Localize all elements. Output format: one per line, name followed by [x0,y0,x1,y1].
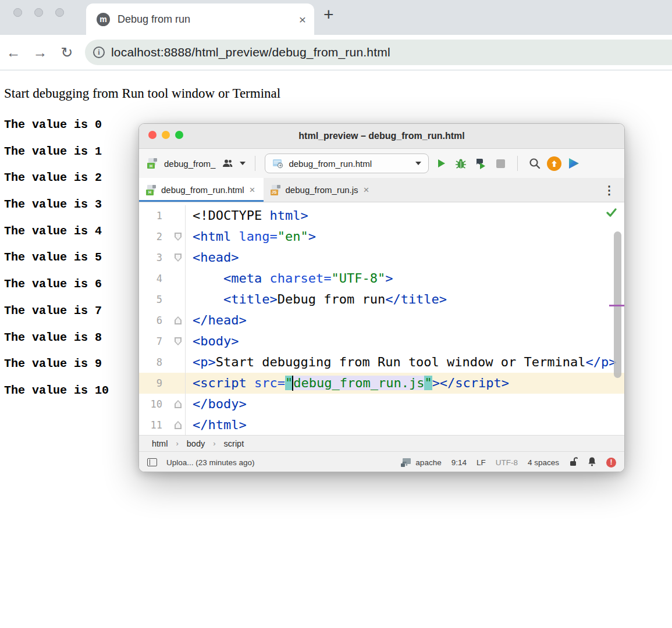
deployment-server-widget[interactable]: apache [400,458,441,468]
fold-open-icon[interactable] [175,254,182,262]
close-window-button[interactable] [148,131,157,139]
value-line: The value is 8 [4,331,109,358]
server-name: apache [415,458,441,467]
tab-debug-from-run-js[interactable]: JS debug_from_run.js × [264,178,378,202]
run-config-file-icon [272,159,283,169]
code-line[interactable]: 1 <!DOCTYPE html> [139,205,624,226]
vcs-sync-status[interactable]: Uploa... (23 minutes ago) [166,458,255,467]
site-info-icon[interactable]: i [93,47,105,58]
fold-open-icon[interactable] [175,233,182,241]
code-line[interactable]: 3 <head> [139,247,624,268]
run-button[interactable] [433,156,449,171]
zoom-window-button[interactable] [175,131,183,139]
run-config-name: debug_from_run.html [289,159,410,169]
zoom-window-button[interactable] [55,8,64,17]
encoding-widget[interactable]: UTF-8 [496,458,518,467]
toolwindow-toggle-icon[interactable] [147,458,157,466]
error-indicator-icon[interactable]: ! [606,458,616,468]
toolbar-separator [517,156,518,171]
caret-position-widget[interactable]: 9:14 [451,458,467,467]
line-number: 6 [147,315,162,326]
run-configuration-select[interactable]: debug_from_run.html [265,154,429,173]
js-file-icon: JS [271,185,280,195]
vcs-users-icon[interactable] [220,156,235,171]
tab-debug-from-run-html[interactable]: H debug_from_run.html × [139,178,264,202]
minimize-window-button[interactable] [34,8,43,17]
stop-button[interactable] [493,156,508,171]
deployment-server-icon [400,458,412,468]
value-line: The value is 7 [4,304,109,331]
ide-statusbar: Uploa... (23 minutes ago) apache 9:14 LF… [139,451,624,472]
browser-window-controls[interactable] [13,8,64,17]
search-everywhere-icon[interactable] [527,156,542,171]
line-separator-widget[interactable]: LF [477,458,486,467]
code-line[interactable]: 11 </html> [139,415,624,435]
code-editor[interactable]: 1 <!DOCTYPE html> 2 <html lang="en"> 3 <… [139,202,624,435]
html-file-icon: H [147,158,157,169]
close-window-button[interactable] [13,8,22,17]
chevron-down-icon [415,162,421,165]
close-tab-icon[interactable]: × [250,184,255,196]
line-number: 4 [147,273,162,284]
fold-close-icon[interactable] [175,400,182,408]
breadcrumb-item[interactable]: html [152,439,168,448]
browser-tabstrip: m Debug from run × + [0,0,672,35]
code-line[interactable]: 8 <p>Start debugging from Run tool windo… [139,352,624,373]
tab-options-kebab-icon[interactable]: ⋮ [594,183,624,197]
ide-features-trainer-icon[interactable] [566,156,581,171]
unlock-icon[interactable] [569,456,578,468]
value-line: The value is 6 [4,277,109,304]
profile-button[interactable] [473,156,488,171]
project-name[interactable]: debug_from_ [164,159,215,169]
breadcrumb-item[interactable]: script [224,439,244,448]
code-line[interactable]: 5 <title>Debug from run</title> [139,289,624,310]
fold-open-icon[interactable] [175,337,182,345]
line-number: 3 [147,252,162,263]
fold-close-icon[interactable] [175,316,182,324]
forward-icon[interactable]: → [27,44,54,61]
line-number: 7 [147,336,162,347]
code-line[interactable]: 7 <body> [139,331,624,352]
line-number: 10 [147,398,162,410]
line-number: 5 [147,294,162,305]
ide-toolbar: H debug_from_ debug_from_run.html [139,149,624,178]
chevron-down-icon[interactable] [240,162,246,165]
chevron-right-icon: › [176,439,178,448]
vcs-stripe-mark[interactable] [609,305,624,306]
browser-navbar: ← → ↻ i localhost:8888/html_preview/debu… [0,35,672,70]
value-line: The value is 4 [4,224,109,251]
address-bar[interactable]: i localhost:8888/html_preview/debug_from… [85,40,672,65]
back-icon[interactable]: ← [0,44,27,61]
breadcrumb: html › body › script [139,435,624,451]
debug-button[interactable] [453,156,468,171]
code-line[interactable]: 10 </body> [139,394,624,415]
toolbar-separator [255,156,255,171]
tab-label: debug_from_run.html [161,185,244,195]
ide-titlebar[interactable]: html_preview – debug_from_run.html [139,124,624,149]
line-number: 2 [147,231,162,242]
favicon-icon: m [97,13,110,26]
code-line-current[interactable]: 9 <script src="debug_from_run.js"></scri… [139,373,624,394]
line-number: 9 [147,377,162,389]
line-number: 1 [147,210,162,222]
inspections-ok-check-icon[interactable] [606,208,617,219]
code-line[interactable]: 4 <meta charset="UTF-8"> [139,268,624,289]
value-line: The value is 3 [4,198,109,224]
breadcrumb-item[interactable]: body [187,439,205,448]
code-line[interactable]: 2 <html lang="en"> [139,226,624,247]
value-line: The value is 5 [4,251,109,277]
code-line[interactable]: 6 </head> [139,310,624,331]
indent-widget[interactable]: 4 spaces [528,458,559,467]
notifications-bell-icon[interactable] [588,456,596,468]
close-tab-icon[interactable]: × [364,184,369,196]
fold-close-icon[interactable] [175,421,182,429]
reload-icon[interactable]: ↻ [54,44,80,61]
update-notification-icon[interactable] [547,156,561,171]
close-tab-icon[interactable]: × [299,13,306,26]
ide-window-controls[interactable] [148,131,183,139]
url-text[interactable]: localhost:8888/html_preview/debug_from_r… [111,45,390,59]
new-tab-button[interactable]: + [323,5,334,24]
minimize-window-button[interactable] [162,131,170,139]
browser-tab[interactable]: m Debug from run × [86,3,314,35]
html-file-icon: H [146,185,156,195]
